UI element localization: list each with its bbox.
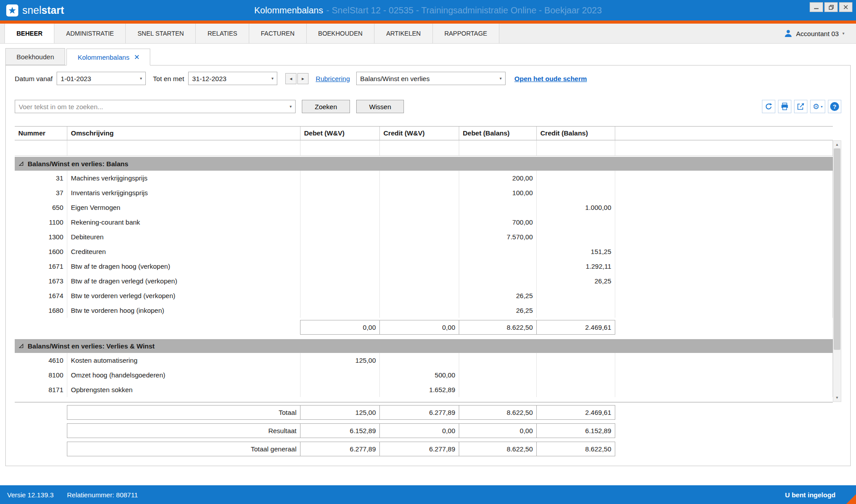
group-collapse-icon[interactable] <box>19 344 24 348</box>
resize-grip[interactable] <box>846 494 856 504</box>
date-to-label: Tot en met <box>153 75 184 82</box>
cell-nummer: 37 <box>15 185 67 200</box>
logged-in-label: U bent ingelogd <box>785 491 835 499</box>
cell-nummer: 1600 <box>15 244 67 259</box>
next-period-button[interactable]: ▸ <box>297 73 309 84</box>
ribbon-tab-boekhouden[interactable]: BOEKHOUDEN <box>307 24 375 43</box>
doc-tab-boekhouden[interactable]: Boekhouden <box>5 48 65 65</box>
filter-cell-nummer[interactable] <box>15 140 67 156</box>
cell-credit-wv <box>380 171 459 185</box>
table-row[interactable]: 1100Rekening-courant bank700,00 <box>15 215 833 229</box>
ribbon-tab-rapportage[interactable]: RAPPORTAGE <box>433 24 499 43</box>
previous-period-button[interactable]: ◂ <box>285 73 296 84</box>
table-row[interactable]: 650Eigen Vermogen1.000,00 <box>15 200 833 215</box>
vertical-scrollbar[interactable]: ▲ ▼ <box>833 140 841 402</box>
grid-header-row: Nummer Omschrijving Debet (W&V) Credit (… <box>15 126 833 140</box>
footer-spacer <box>15 423 67 438</box>
minimize-button[interactable] <box>810 2 823 12</box>
filter-cell-credit-wv[interactable] <box>380 140 459 156</box>
cell-nummer: 4610 <box>15 353 67 368</box>
cell-debet-wv <box>300 382 380 397</box>
column-header-credit-balans[interactable]: Credit (Balans) <box>537 127 615 140</box>
table-row[interactable]: 8171Opbrengsten sokken1.652,89 <box>15 382 833 397</box>
window-controls <box>810 2 852 12</box>
close-button[interactable] <box>839 2 852 12</box>
column-header-credit-wv[interactable]: Credit (W&V) <box>380 127 459 140</box>
cell-filler <box>615 171 833 185</box>
footer-spacer <box>15 405 67 420</box>
ribbon-tab-relaties[interactable]: RELATIES <box>196 24 249 43</box>
cell-filler <box>615 442 833 456</box>
help-button[interactable]: ? <box>828 100 841 113</box>
date-to-input[interactable] <box>189 72 277 85</box>
scrollbar-thumb[interactable] <box>834 148 840 350</box>
date-from-picker[interactable]: ▼ <box>57 72 146 85</box>
export-button[interactable] <box>794 100 807 113</box>
table-row[interactable]: 1671Btw af te dragen hoog (verkopen)1.29… <box>15 259 833 274</box>
chevron-down-icon: ▾ <box>842 31 844 36</box>
date-to-picker[interactable]: ▼ <box>188 72 277 85</box>
column-header-debet-balans[interactable]: Debet (Balans) <box>459 127 537 140</box>
table-row[interactable]: 1600Crediteuren151,25 <box>15 244 833 259</box>
cell-debet-wv <box>300 171 380 185</box>
table-row[interactable]: 1300Debiteuren7.570,00 <box>15 229 833 244</box>
cell-credit-balans <box>537 215 615 229</box>
zoeken-button[interactable]: Zoeken <box>302 100 350 113</box>
table-row[interactable]: 1674Btw te vorderen verlegd (verkopen)26… <box>15 288 833 303</box>
scrollbar-track[interactable] <box>833 148 841 394</box>
filter-cell-debet-balans[interactable] <box>459 140 537 156</box>
search-box[interactable]: ▼ <box>15 100 296 113</box>
table-row[interactable]: 8100Omzet hoog (handelsgoederen)500,00 <box>15 368 833 382</box>
filter-cell-debet-wv[interactable] <box>300 140 380 156</box>
date-from-input[interactable] <box>57 72 145 85</box>
ribbon-tab-snel-starten[interactable]: SNEL STARTEN <box>126 24 196 43</box>
ribbon-tab-beheer[interactable]: BEHEER <box>4 24 54 43</box>
refresh-button[interactable] <box>762 100 775 113</box>
gear-icon: ⚙ <box>813 103 819 111</box>
subtotal-spacer <box>67 320 300 335</box>
table-row[interactable]: 4610Kosten automatisering125,00 <box>15 353 833 368</box>
table-row[interactable]: 1673Btw af te dragen verlegd (verkopen)2… <box>15 274 833 288</box>
column-header-debet-wv[interactable]: Debet (W&V) <box>300 127 380 140</box>
cell-nummer: 1674 <box>15 288 67 303</box>
column-header-nummer[interactable]: Nummer <box>15 127 67 140</box>
app-name-part2: start <box>41 4 64 16</box>
restore-button[interactable] <box>824 2 838 12</box>
grid-body: Balans/Winst en verlies: Balans31Machine… <box>15 156 833 402</box>
settings-button[interactable]: ⚙ ▾ <box>810 100 825 113</box>
table-row[interactable]: 37Inventaris verkrijgingsprijs100,00 <box>15 185 833 200</box>
window-title-active-screen: Kolommenbalans <box>254 5 323 15</box>
rubricering-link[interactable]: Rubricering <box>316 75 350 82</box>
close-tab-icon[interactable] <box>135 55 139 59</box>
ribbon-tab-facturen[interactable]: FACTUREN <box>249 24 306 43</box>
filter-cell-credit-balans[interactable] <box>537 140 615 156</box>
user-menu[interactable]: Accountant 03 ▾ <box>779 24 856 43</box>
ribbon-tab-administratie[interactable]: ADMINISTRATIE <box>54 24 126 43</box>
table-row[interactable]: 1680Btw te vorderen hoog (inkopen)26,25 <box>15 303 833 318</box>
group-header-row[interactable]: Balans/Winst en verlies: Verlies & Winst <box>15 339 833 353</box>
search-toolbar: ▼ Zoeken Wissen ⚙ ▾ ? <box>15 98 841 115</box>
accent-bar <box>0 20 856 24</box>
doc-tab-kolommenbalans[interactable]: Kolommenbalans <box>66 49 150 66</box>
footer-row: Resultaat6.152,890,000,006.152,89 <box>15 423 833 438</box>
search-input[interactable] <box>15 100 295 113</box>
scroll-down-icon[interactable]: ▼ <box>833 394 841 402</box>
ribbon-tab-artikelen[interactable]: ARTIKELEN <box>374 24 433 43</box>
wissen-button[interactable]: Wissen <box>356 100 404 113</box>
group-collapse-icon[interactable] <box>19 161 24 166</box>
print-button[interactable] <box>778 100 791 113</box>
relation-number-label: Relatienummer: 808711 <box>67 491 138 499</box>
cell-filler <box>615 259 833 274</box>
group-header-row[interactable]: Balans/Winst en verlies: Balans <box>15 157 833 171</box>
column-header-omschrijving[interactable]: Omschrijving <box>67 127 300 140</box>
cell-credit-balans <box>537 229 615 244</box>
scroll-up-icon[interactable]: ▲ <box>833 141 841 148</box>
cell-credit-wv <box>380 259 459 274</box>
footer-debet-wv: 6.152,89 <box>300 423 380 438</box>
table-row[interactable]: 31Machines verkrijgingsprijs200,00 <box>15 171 833 185</box>
rubricering-input[interactable] <box>357 72 505 85</box>
rubricering-picker[interactable]: ▼ <box>356 72 506 85</box>
filter-cell-omschrijving[interactable] <box>67 140 300 156</box>
cell-credit-balans <box>537 185 615 200</box>
open-old-screen-link[interactable]: Open het oude scherm <box>514 75 587 82</box>
